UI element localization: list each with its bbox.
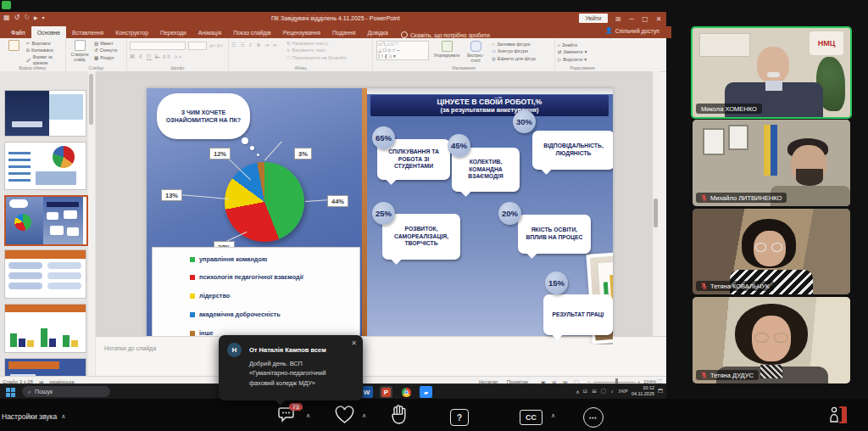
find-button[interactable]: ⌕Знайти [558,42,607,48]
slide-thumbnail-5[interactable] [4,304,86,353]
chat-notification-popup[interactable]: Н От Наталія Кампов всем Добрий день. ВС… [219,335,363,400]
tab-view[interactable]: Подання [326,26,361,38]
taskbar-search[interactable]: ⌕ Пошук [22,386,110,397]
tab-transitions[interactable]: Переходи [154,26,192,38]
notes-panel[interactable]: Нотатки до слайда [96,336,666,377]
qat-customize-caret[interactable]: ▾ [42,14,45,20]
section-button[interactable]: ▦Розділ [94,54,124,61]
captions-caret[interactable]: ∧ [551,412,555,419]
reactions-button[interactable] [334,406,355,428]
close-button[interactable]: ✕ [653,14,665,24]
tab-home[interactable]: Основне [31,26,66,38]
chrome-icon[interactable] [400,386,413,398]
convert-smartart-button[interactable]: ⬡Перетворити на SmartArt [287,54,347,61]
raise-hand-button[interactable] [390,404,408,428]
ribbon-display-options-button[interactable]: ⊞ [612,14,624,24]
taskbar-clock[interactable]: 10:12 04.11.2025 [632,385,654,397]
tab-design[interactable]: Конструктор [109,26,154,38]
tab-file[interactable]: Файл [5,26,31,38]
slide-thumbnail-4[interactable] [4,249,86,299]
paste-button[interactable] [3,40,25,52]
audio-settings-button[interactable]: Настройки звука∧ [2,412,65,421]
save-icon[interactable]: ▦ [3,14,10,21]
start-slideshow-icon[interactable]: ▶ [34,14,38,20]
leave-meeting-button[interactable] [829,406,849,428]
copy-button[interactable]: ⧉Копіювати [26,47,63,53]
tab-slideshow[interactable]: Показ слайдів [227,26,277,38]
restore-button[interactable]: ▢ [639,14,651,24]
replace-button[interactable]: ⇄Замінити ▾ [558,48,607,55]
legend-item: психологія педагогічної взаємодії [190,273,303,281]
font-style-buttons[interactable]: ЖКПSabA▾ [130,53,225,59]
participant-video-dudus[interactable]: Тетяна ДУДУС [693,297,850,383]
align-text-button[interactable]: ≋Вирівняти текст [287,47,347,53]
chat-popup-body: Добрий день. ВСП «Гуманітарно-педагогічн… [249,359,326,388]
font-size-select[interactable] [188,42,207,50]
tab-help[interactable]: Довідка [361,26,393,38]
zoom-slider[interactable] [593,382,636,383]
participant-video-kovalchuk[interactable]: Тетяна КОВАЛЬЧУК [693,209,850,294]
slide-scrollbar[interactable] [653,71,659,348]
reactions-caret[interactable]: ∧ [362,412,366,419]
minimize-button[interactable]: ─ [626,14,637,24]
sign-in-button[interactable]: Увійти [579,14,608,23]
arrange-button[interactable]: Упорядкувати [432,41,461,58]
language-tray[interactable]: УКР [619,389,628,394]
nmc-logo: НМЦ [810,31,843,55]
qa-button[interactable]: ? [450,409,469,426]
survey-pct-25: 25% [372,202,395,225]
more-options-button[interactable]: ⋯ [583,407,604,428]
undo-icon[interactable]: ↺ [14,14,20,21]
reset-button[interactable]: ↺Скинути [94,47,124,53]
font-name-select[interactable] [130,42,186,50]
slide-thumbnail-1[interactable] [4,90,86,137]
tell-me-box[interactable]: Скажіть, що потрібно зробити [401,31,490,38]
layout-button[interactable]: ▤Макет [94,40,124,47]
participant-video-lytvynenko[interactable]: Михайло ЛИТВИНЕНКО [693,120,850,206]
quick-styles-button[interactable]: Експрес-стилі [463,41,488,63]
muted-mic-icon [701,372,707,379]
zoom-meeting-window: ▦ ↺ ↻ ▶ ▾ ПК Завідувачі відділень 4.11.2… [0,0,868,431]
legend-item: управління командою [190,255,267,263]
ribbon-tab-bar: Файл Основне Вставлення Конструктор Пере… [0,26,671,38]
cut-button[interactable]: ✂Вирізати [26,40,63,47]
shape-outline-button[interactable]: ▭Контур фігури [492,48,536,54]
tray-expand-caret[interactable]: ∧ [576,389,579,395]
slide-right-panel: ЦІНУЄТЕ В СВОЇЙ РОБОТІ,% (за результатам… [367,88,613,344]
slide-thumbnail-3-current[interactable] [4,195,88,246]
shape-fill-button[interactable]: ▱Заливка фігури [492,41,536,48]
text-direction-button[interactable]: ⇅Напрямок тексту [287,40,347,47]
select-button[interactable]: ▷Виділити ▾ [558,56,607,63]
new-slide-button[interactable]: Створити слайд [69,40,91,62]
participant-video-khomenko[interactable]: НМЦ Микола ХОМЕНКО [691,26,852,119]
captions-button[interactable]: CC [520,410,542,425]
survey-pct-45: 45% [448,134,470,157]
tab-review[interactable]: Рецензування [277,26,326,38]
powerpoint-taskbar-icon[interactable]: P [380,386,392,398]
close-icon[interactable]: ✕ [351,339,357,347]
format-painter-button[interactable]: 🖉Формат за зразком [26,54,63,66]
tab-animations[interactable]: Анімація [192,26,227,38]
tray-icons[interactable]: ⊡ ⊟ 🖵 ♪ [583,388,615,395]
quick-access-toolbar: ▦ ↺ ↻ ▶ ▾ [3,14,45,21]
zoom-app-icon[interactable]: ▰ [420,386,432,398]
leader-line [264,141,282,160]
current-slide: З ЧИМ ХОЧЕТЕ ОЗНАЙОМИТИСЯ НА ПК? 12% 3% … [147,88,613,344]
person-icon: 👤 [605,27,613,34]
thumbnail-scrollbar[interactable] [88,71,95,388]
slide-thumbnail-2[interactable] [4,142,86,190]
ppt-share-button[interactable]: 👤 Спільний доступ [605,27,659,34]
legend-item: академічна доброчесність [190,311,281,318]
chat-avatar: Н [227,343,242,357]
shape-effects-button[interactable]: ◍Ефекти для фігур [492,55,536,62]
redo-icon[interactable]: ↻ [24,14,30,21]
survey-subtitle: (за результатами анкетування) [370,106,609,114]
start-button[interactable] [4,386,17,398]
participant-name-label: Тетяна ДУДУС [696,370,759,380]
shapes-gallery[interactable]: ▭╲○□◠△⬠◇☆⌣⟆⌇❴✩▾ [376,41,429,60]
tab-insert[interactable]: Вставлення [66,26,109,38]
legend-swatch [190,275,195,280]
chat-caret[interactable]: ∧ [306,412,310,419]
notification-center-icon[interactable]: 🗔 [658,389,663,394]
muted-mic-icon [701,283,707,290]
